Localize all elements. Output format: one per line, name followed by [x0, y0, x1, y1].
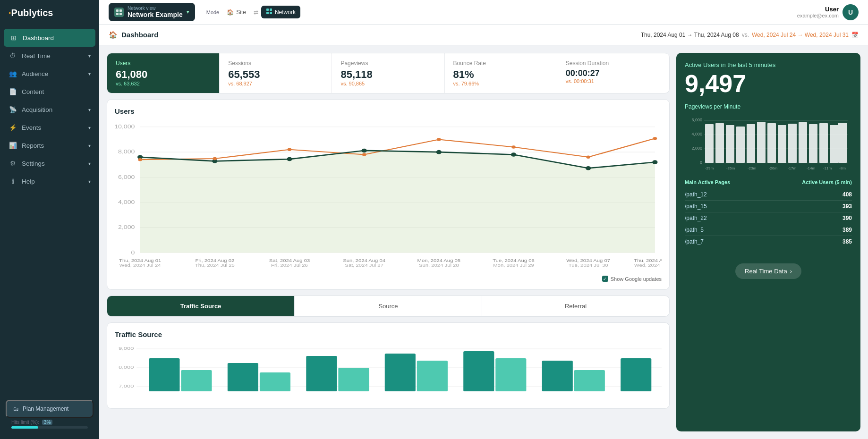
page-count: 408: [842, 191, 852, 198]
breadcrumb-bar: 🏠 Dashboard Thu, 2024 Aug 01 → Thu, 2024…: [99, 25, 868, 45]
logo-area: ·Publytics: [0, 0, 99, 26]
svg-rect-69: [542, 361, 573, 391]
stat-session-duration: Session Duration 00:00:27 vs. 00:00:31: [557, 53, 669, 93]
svg-point-27: [586, 166, 591, 170]
users-chart-card: Users 10,000 8,000 6,000 4,000 2,000 0: [107, 99, 670, 290]
svg-point-36: [653, 137, 657, 140]
svg-point-31: [288, 148, 291, 151]
svg-point-35: [586, 156, 590, 159]
svg-rect-61: [228, 363, 258, 391]
network-selector[interactable]: Network view Network Example ▾: [109, 3, 195, 21]
dashboard-icon: ⊞: [9, 34, 18, 42]
svg-text:Tue, 2024 Aug 06: Tue, 2024 Aug 06: [493, 258, 535, 262]
home-icon: 🏠: [109, 31, 118, 39]
pages-header-right: Active Users (5 min): [802, 179, 852, 185]
show-updates[interactable]: ✓ Show Google updates: [115, 276, 662, 282]
content-icon: 📄: [9, 87, 17, 96]
plan-management-button[interactable]: 🗂 Plan Management: [6, 400, 94, 418]
sidebar-item-label: Acquisition: [22, 106, 52, 113]
user-area[interactable]: User example@ex.com U: [797, 4, 859, 20]
users-chart-svg: 10,000 8,000 6,000 4,000 2,000 0: [115, 121, 662, 272]
sidebar-item-audience[interactable]: 👥 Audience ▾: [0, 65, 99, 83]
svg-point-30: [213, 157, 217, 160]
active-pages-list: /path_12 408 /path_15 393 /path_22 390 /…: [685, 189, 852, 247]
chart-area: 10,000 8,000 6,000 4,000 2,000 0: [115, 121, 662, 272]
show-updates-label: Show Google updates: [611, 276, 662, 282]
svg-text:7,000: 7,000: [119, 384, 134, 388]
stat-label: Users: [116, 60, 211, 67]
checkbox-icon: ✓: [602, 276, 608, 282]
svg-text:2,000: 2,000: [118, 225, 135, 230]
mode-site-button[interactable]: 🏠 Site: [222, 7, 251, 18]
traffic-chart-area: 9,000 8,000 7,000: [115, 344, 662, 401]
svg-rect-81: [715, 123, 724, 163]
svg-text:4,000: 4,000: [118, 200, 135, 205]
realtime-icon: ⏱: [9, 51, 17, 60]
sidebar-item-settings[interactable]: ⚙ Settings ▾: [0, 154, 99, 172]
svg-rect-5: [270, 8, 272, 11]
realtime-data-button[interactable]: Real Time Data ›: [735, 263, 801, 279]
chevron-down-icon: ▾: [88, 143, 91, 148]
svg-rect-6: [266, 12, 269, 14]
sidebar-item-realtime[interactable]: ⏱ Real Time ▾: [0, 47, 99, 65]
main-area: Network view Network Example ▾ Mode 🏠 Si…: [99, 0, 868, 439]
sidebar-item-label: Settings: [22, 160, 45, 167]
mode-area: Mode 🏠 Site ⇄ Network: [206, 6, 300, 18]
plan-button-label: Plan Management: [23, 405, 68, 412]
sidebar-nav: ⊞ Dashboard ⏱ Real Time ▾ 👥 Audience ▾ 📄…: [0, 26, 99, 394]
svg-text:Sun, 2024 Aug 04: Sun, 2024 Aug 04: [343, 258, 385, 262]
svg-rect-3: [119, 13, 122, 15]
page-path: /path_5: [685, 227, 704, 233]
mode-network-button[interactable]: Network: [261, 6, 300, 18]
tab-traffic-source[interactable]: Traffic Source: [107, 296, 295, 316]
chevron-down-icon: ▾: [88, 71, 91, 76]
svg-text:6,000: 6,000: [118, 174, 135, 180]
stat-label: Bounce Rate: [453, 60, 548, 67]
svg-rect-80: [705, 124, 714, 163]
svg-rect-89: [799, 122, 807, 163]
svg-rect-92: [830, 125, 838, 163]
svg-rect-68: [495, 358, 526, 391]
topbar: Network view Network Example ▾ Mode 🏠 Si…: [99, 0, 868, 25]
page-path: /path_15: [685, 203, 707, 210]
sidebar-item-reports[interactable]: 📊 Reports ▾: [0, 136, 99, 154]
svg-point-28: [652, 160, 657, 164]
sidebar-item-help[interactable]: ℹ Help ▾: [0, 172, 99, 190]
stat-vs: vs. 63,632: [116, 81, 211, 86]
sidebar: ·Publytics ⊞ Dashboard ⏱ Real Time ▾ 👥 A…: [0, 0, 99, 439]
calendar-icon[interactable]: 📅: [851, 32, 859, 38]
sidebar-item-acquisition[interactable]: 📡 Acquisition ▾: [0, 101, 99, 118]
svg-text:Fri, 2024 Jul 26: Fri, 2024 Jul 26: [271, 263, 308, 268]
stat-pageviews: Pageviews 85,118 vs. 90,865: [332, 53, 444, 93]
sidebar-item-events[interactable]: ⚡ Events ▾: [0, 118, 99, 136]
network-view-label: Network view: [128, 6, 183, 11]
help-icon: ℹ: [9, 177, 17, 186]
stat-value: 00:00:27: [566, 68, 661, 78]
sidebar-item-dashboard[interactable]: ⊞ Dashboard: [4, 29, 95, 47]
network-icon: [114, 8, 124, 17]
stat-vs: vs. 90,865: [340, 81, 435, 86]
sidebar-item-label: Help: [22, 178, 35, 185]
svg-text:-8m: -8m: [839, 166, 846, 170]
stat-vs: vs. 79.66%: [453, 81, 548, 86]
svg-rect-70: [574, 370, 605, 391]
date-current: Thu, 2024 Aug 01 → Thu, 2024 Aug 08: [641, 32, 739, 38]
tab-referral[interactable]: Referral: [482, 296, 669, 316]
svg-rect-90: [809, 124, 817, 163]
mode-site-label: Site: [236, 9, 246, 16]
chevron-down-icon: ▾: [88, 161, 91, 166]
chevron-down-icon: ▾: [88, 125, 91, 130]
svg-rect-65: [385, 354, 416, 391]
svg-text:Wed, 2024 Aug 07: Wed, 2024 Aug 07: [566, 258, 610, 262]
sidebar-item-content[interactable]: 📄 Content: [0, 83, 99, 101]
tab-source[interactable]: Source: [295, 296, 482, 316]
date-vs: vs.: [742, 32, 749, 38]
svg-text:9,000: 9,000: [119, 346, 134, 351]
svg-text:4,000: 4,000: [691, 132, 702, 136]
svg-text:Mon, 2024 Aug 05: Mon, 2024 Aug 05: [417, 258, 461, 262]
svg-rect-91: [819, 123, 828, 163]
svg-point-26: [511, 152, 516, 157]
chevron-down-icon: ▾: [187, 9, 189, 15]
svg-text:Mon, 2024 Jul 29: Mon, 2024 Jul 29: [493, 263, 534, 268]
page-row: /path_15 393: [685, 201, 852, 212]
